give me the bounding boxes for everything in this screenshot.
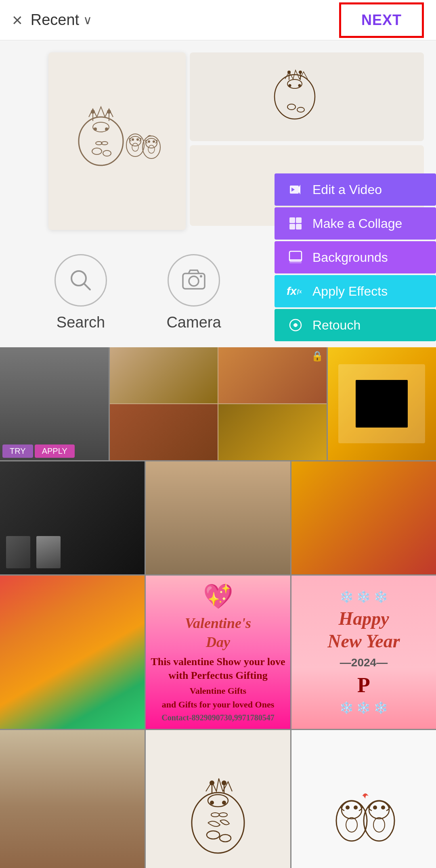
svg-point-20 — [153, 140, 155, 143]
recent-label: Recent — [31, 11, 79, 29]
svg-point-29 — [299, 71, 302, 74]
svg-point-70 — [207, 831, 220, 839]
svg-point-58 — [189, 276, 199, 286]
svg-point-61 — [208, 795, 228, 807]
apply-effects-button[interactable]: fx fx Apply Effects — [275, 275, 436, 307]
header: × Recent ∨ NEXT — [0, 0, 436, 40]
svg-point-25 — [298, 84, 301, 87]
svg-point-62 — [210, 801, 214, 805]
photo-row-1: TRY APPLY 🔒 🔒 — [0, 347, 436, 460]
preview-side-top-drawing — [262, 65, 351, 129]
try-apply-buttons: TRY APPLY — [0, 444, 75, 458]
svg-line-56 — [84, 284, 90, 290]
lock-icon-2: 🔒 — [311, 351, 323, 362]
search-tool[interactable]: Search — [24, 254, 137, 331]
svg-point-13 — [130, 136, 141, 146]
svg-point-31 — [297, 107, 304, 112]
svg-point-81 — [373, 818, 385, 832]
svg-point-18 — [146, 138, 157, 148]
photo-cell-coffee[interactable]: 🔒 🔒 — [110, 347, 327, 460]
svg-rect-45 — [289, 217, 295, 223]
photo-cell-fashion[interactable]: TRY APPLY — [0, 347, 109, 460]
svg-point-79 — [373, 805, 377, 810]
next-button[interactable]: NEXT — [339, 2, 424, 38]
photo-cell-store[interactable] — [328, 347, 436, 460]
svg-rect-47 — [289, 224, 295, 230]
photo-cell-newyear[interactable]: ❄️ ❄️ ❄️ HappyNew Year —2024— P ❄️ ❄️ ❄️ — [291, 576, 436, 729]
svg-point-59 — [200, 275, 202, 278]
photo-row-4 — [0, 730, 436, 868]
svg-point-78 — [369, 801, 389, 819]
svg-point-0 — [79, 117, 123, 165]
svg-point-2 — [94, 127, 97, 131]
svg-point-76 — [346, 818, 357, 832]
svg-point-80 — [381, 805, 385, 810]
svg-point-19 — [148, 140, 150, 143]
svg-point-63 — [222, 801, 226, 805]
svg-point-65 — [219, 813, 227, 817]
svg-point-10 — [92, 148, 102, 154]
photo-cell-magazine[interactable] — [0, 461, 145, 574]
apply-badge[interactable]: APPLY — [35, 444, 75, 458]
svg-point-30 — [287, 104, 296, 110]
svg-marker-43 — [299, 185, 300, 194]
header-left: × Recent ∨ — [12, 10, 92, 30]
svg-point-73 — [342, 801, 362, 819]
svg-point-74 — [346, 805, 350, 810]
svg-point-64 — [211, 813, 219, 817]
photo-cell-giraffe-sticker[interactable] — [146, 730, 290, 868]
collage-icon — [287, 215, 304, 232]
svg-point-75 — [354, 805, 358, 810]
preview-main-image[interactable] — [48, 52, 186, 230]
retouch-icon — [287, 316, 304, 334]
svg-point-71 — [220, 835, 231, 842]
make-collage-button[interactable]: Make a Collage — [275, 207, 436, 240]
preview-side-top[interactable] — [190, 52, 424, 141]
backgrounds-icon — [287, 248, 304, 266]
camera-icon — [168, 254, 220, 307]
photo-cell-store2[interactable] — [291, 461, 436, 574]
giraffe-sticker-drawing — [170, 746, 266, 867]
photo-cell-girl2[interactable] — [0, 730, 145, 868]
retouch-button[interactable]: Retouch — [275, 309, 436, 341]
recent-dropdown[interactable]: Recent ∨ — [31, 11, 92, 29]
svg-point-14 — [132, 138, 134, 141]
photo-cell-avocado-sticker[interactable] — [291, 730, 436, 868]
svg-point-11 — [103, 150, 111, 156]
avocado-sticker-drawing — [319, 750, 408, 863]
photo-cell-colorful[interactable] — [0, 576, 145, 729]
svg-point-16 — [132, 143, 138, 151]
svg-text:fx: fx — [297, 288, 302, 294]
photo-grid: TRY APPLY 🔒 🔒 — [0, 347, 436, 868]
camera-label: Camera — [166, 314, 221, 331]
svg-rect-46 — [296, 217, 302, 223]
search-icon — [55, 254, 107, 307]
svg-point-17 — [143, 136, 160, 159]
camera-tool[interactable]: Camera — [137, 254, 250, 331]
svg-rect-50 — [289, 260, 302, 263]
svg-point-54 — [294, 323, 297, 327]
search-label: Search — [57, 314, 105, 331]
close-button[interactable]: × — [12, 10, 23, 30]
video-icon — [287, 181, 304, 198]
svg-rect-48 — [296, 224, 302, 230]
svg-point-24 — [289, 84, 291, 87]
backgrounds-button[interactable]: Backgrounds — [275, 241, 436, 273]
svg-point-69 — [222, 780, 226, 785]
photo-row-3: 💖 Valentine'sDay This valentine Show you… — [0, 576, 436, 729]
photo-row-2 — [0, 461, 436, 574]
svg-point-3 — [105, 127, 108, 131]
preview-drawing-main — [61, 89, 174, 194]
photo-cell-valentines[interactable]: 💖 Valentine'sDay This valentine Show you… — [146, 576, 290, 729]
try-badge[interactable]: TRY — [2, 444, 33, 458]
svg-point-21 — [148, 145, 155, 153]
effects-icon: fx fx — [287, 282, 304, 300]
svg-point-12 — [126, 134, 144, 156]
svg-point-15 — [136, 138, 139, 141]
svg-point-22 — [275, 75, 315, 119]
svg-point-23 — [287, 79, 302, 88]
action-buttons-panel: Edit a Video Make a Collage Backgrounds … — [275, 173, 436, 343]
chevron-down-icon: ∨ — [83, 13, 92, 27]
photo-cell-girl[interactable] — [146, 461, 290, 574]
edit-video-button[interactable]: Edit a Video — [275, 173, 436, 206]
